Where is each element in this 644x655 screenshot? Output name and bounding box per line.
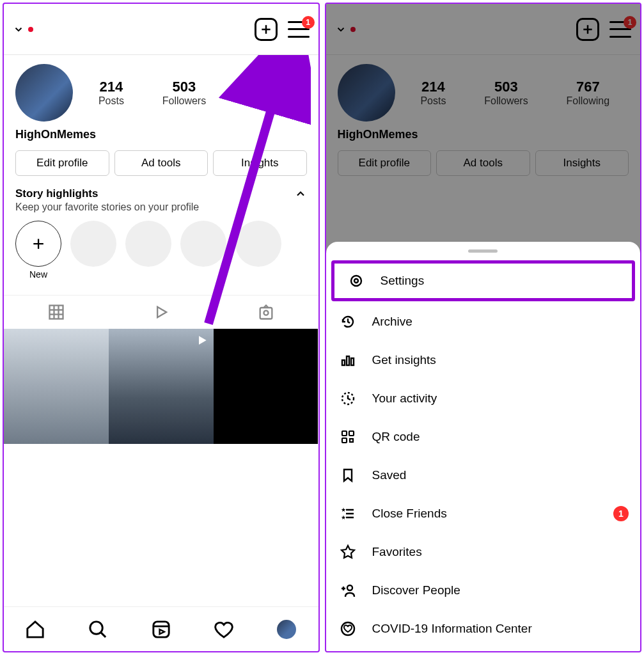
svg-rect-2 [49,306,63,319]
menu-item-label: Close Friends [372,507,447,521]
stat-following[interactable]: 767Following [244,79,288,107]
tagged-icon [257,303,275,321]
story-highlights-section: Story highlights Keep your favorite stor… [4,187,318,280]
activity-icon [338,388,358,409]
post-thumbnail[interactable] [214,329,318,444]
create-post-button[interactable] [255,18,278,41]
svg-point-9 [90,621,102,633]
display-name: HighOnMemes [4,124,318,150]
bottom-nav [4,606,318,651]
insights-button[interactable]: Insights [213,150,307,176]
list-star-icon: ★★ [338,503,358,524]
nav-reels[interactable] [150,619,172,640]
menu-item-settings[interactable]: Settings [331,260,636,301]
nav-home[interactable] [24,619,46,640]
play-overlay-icon [196,334,208,347]
svg-point-8 [263,311,268,315]
posts-grid [4,329,318,444]
top-bar: 1 [4,4,318,55]
menu-item-covid-19-information-center[interactable]: COVID-19 Information Center [326,610,641,648]
svg-point-34 [342,622,354,635]
home-icon [24,619,46,640]
chevron-down-icon [13,24,24,35]
post-thumbnail[interactable] [4,329,109,444]
svg-point-31 [347,585,352,590]
heart-circle-icon [338,619,358,639]
username-dropdown[interactable] [13,24,33,35]
menu-item-get-insights[interactable]: Get insights [326,341,641,379]
menu-item-saved[interactable]: Saved [326,456,641,494]
chart-icon [338,350,358,370]
stat-posts[interactable]: 214Posts [98,79,124,107]
highlight-placeholder [235,221,281,267]
bookmark-icon [338,465,358,485]
content-tabs [4,295,318,329]
menu-item-label: Archive [372,315,412,329]
new-highlight-button[interactable]: + [15,221,61,267]
post-thumbnail[interactable] [109,329,214,444]
phone-right-menu: 1 214Posts 503Followers 767Following Hig… [325,3,642,652]
menu-item-label: Settings [381,274,425,288]
nav-profile[interactable] [276,619,297,640]
sheet-handle[interactable] [468,249,498,253]
svg-point-16 [351,276,361,286]
phone-left-profile: 1 214Posts 503Followers 767Following Hig… [3,3,320,652]
menu-item-close-friends[interactable]: ★★Close Friends1 [326,494,641,533]
menu-item-favorites[interactable]: Favorites [326,533,641,571]
menu-item-label: Get insights [372,353,436,367]
svg-rect-23 [349,431,354,436]
hamburger-menu-button[interactable]: 1 [288,21,310,38]
menu-item-archive[interactable]: Archive [326,303,641,341]
menu-item-your-activity[interactable]: Your activity [326,379,641,418]
svg-text:★: ★ [341,514,346,521]
nav-activity[interactable] [213,619,235,640]
highlights-title: Story highlights [15,187,98,200]
profile-header: 214Posts 503Followers 767Following [4,55,318,124]
search-icon [87,619,109,640]
ad-tools-button[interactable]: Ad tools [114,150,208,176]
svg-rect-7 [260,308,272,319]
chevron-up-icon[interactable] [294,187,307,200]
edit-profile-button[interactable]: Edit profile [15,150,109,176]
bottom-sheet-menu: SettingsArchiveGet insightsYour activity… [326,242,641,651]
highlight-placeholder [180,221,226,267]
nav-search[interactable] [87,619,109,640]
svg-text:★: ★ [341,507,346,513]
menu-item-label: QR code [372,430,420,444]
new-highlight-label: New [15,269,61,280]
reels-icon [150,619,172,640]
add-person-icon [338,580,358,601]
tab-grid[interactable] [4,296,109,329]
grid-icon [47,303,65,321]
plus-icon [260,23,272,36]
svg-point-17 [354,279,358,283]
star-icon [338,542,358,562]
gear-icon [346,271,366,291]
menu-item-label: Your activity [372,391,437,406]
tab-reels[interactable] [109,296,214,329]
menu-item-label: COVID-19 Information Center [372,622,532,636]
svg-rect-24 [342,438,347,443]
heart-icon [213,619,235,640]
svg-rect-25 [350,439,353,442]
svg-rect-18 [342,360,345,365]
menu-badge: 1 [613,506,629,521]
play-icon [152,303,170,321]
highlight-placeholder [70,221,116,267]
avatar-icon [277,620,296,639]
profile-avatar[interactable] [15,64,73,122]
svg-rect-20 [351,358,354,365]
stat-followers[interactable]: 503Followers [162,79,206,107]
new-activity-dot [28,27,33,32]
svg-rect-22 [342,431,347,436]
svg-line-10 [101,632,106,636]
notification-badge: 1 [302,16,315,29]
menu-item-label: Favorites [372,545,422,559]
tab-tagged[interactable] [214,296,318,329]
highlights-subtitle: Keep your favorite stories on your profi… [15,201,307,213]
history-icon [338,312,358,332]
menu-item-label: Saved [372,468,407,482]
menu-item-discover-people[interactable]: Discover People [326,571,641,610]
menu-item-qr-code[interactable]: QR code [326,418,641,456]
highlight-placeholder [125,221,171,267]
